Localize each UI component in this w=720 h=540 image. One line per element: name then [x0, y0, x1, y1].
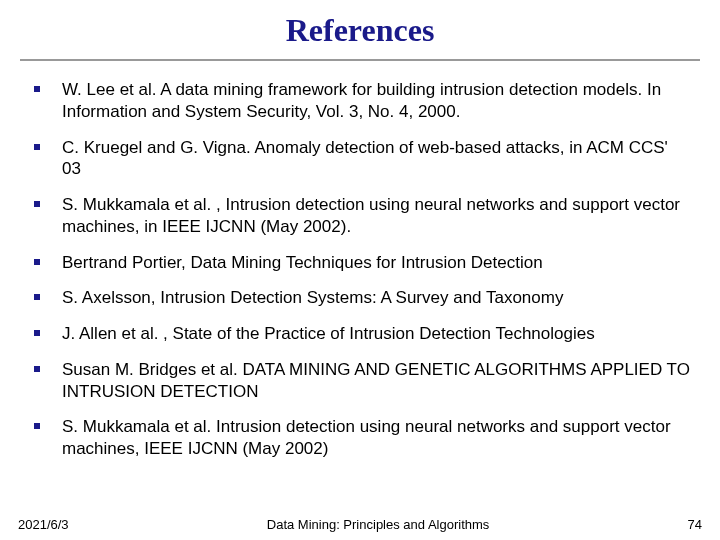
- list-item: Susan M. Bridges et al. DATA MINING AND …: [30, 359, 690, 403]
- bullet-icon: [34, 423, 40, 429]
- bullet-icon: [34, 201, 40, 207]
- bullet-icon: [34, 366, 40, 372]
- bullet-icon: [34, 294, 40, 300]
- footer-title: Data Mining: Principles and Algorithms: [69, 517, 688, 532]
- slide-footer: 2021/6/3 Data Mining: Principles and Alg…: [0, 517, 720, 532]
- bullet-icon: [34, 330, 40, 336]
- list-item: S. Mukkamala et al. , Intrusion detectio…: [30, 194, 690, 238]
- reference-text: Bertrand Portier, Data Mining Techniques…: [62, 252, 690, 274]
- title-underline: [20, 59, 700, 61]
- list-item: C. Kruegel and G. Vigna. Anomaly detecti…: [30, 137, 690, 181]
- reference-text: W. Lee et al. A data mining framework fo…: [62, 79, 690, 123]
- bullet-icon: [34, 144, 40, 150]
- list-item: J. Allen et al. , State of the Practice …: [30, 323, 690, 345]
- list-item: S. Axelsson, Intrusion Detection Systems…: [30, 287, 690, 309]
- reference-text: S. Mukkamala et al. Intrusion detection …: [62, 416, 690, 460]
- bullet-icon: [34, 259, 40, 265]
- list-item: W. Lee et al. A data mining framework fo…: [30, 79, 690, 123]
- reference-text: S. Axelsson, Intrusion Detection Systems…: [62, 287, 690, 309]
- page-title: References: [0, 0, 720, 59]
- reference-list: W. Lee et al. A data mining framework fo…: [0, 79, 720, 460]
- list-item: Bertrand Portier, Data Mining Techniques…: [30, 252, 690, 274]
- reference-text: Susan M. Bridges et al. DATA MINING AND …: [62, 359, 690, 403]
- list-item: S. Mukkamala et al. Intrusion detection …: [30, 416, 690, 460]
- reference-text: C. Kruegel and G. Vigna. Anomaly detecti…: [62, 137, 690, 181]
- footer-date: 2021/6/3: [18, 517, 69, 532]
- footer-page-number: 74: [688, 517, 702, 532]
- reference-text: S. Mukkamala et al. , Intrusion detectio…: [62, 194, 690, 238]
- bullet-icon: [34, 86, 40, 92]
- reference-text: J. Allen et al. , State of the Practice …: [62, 323, 690, 345]
